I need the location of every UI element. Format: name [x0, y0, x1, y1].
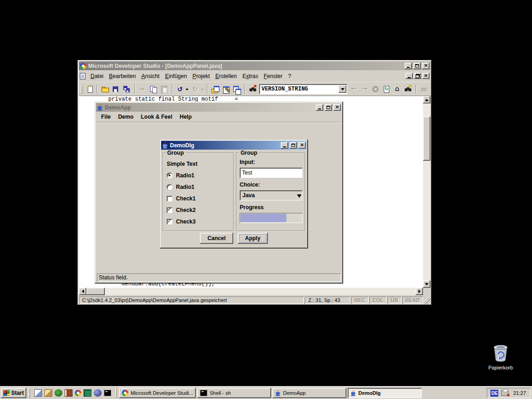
- copy-button[interactable]: [148, 84, 158, 94]
- menu-bearbeiten[interactable]: Bearbeiten: [106, 72, 139, 81]
- scroll-left-button[interactable]: [79, 288, 86, 295]
- radio-radio1-selected[interactable]: Radio1: [167, 172, 231, 179]
- input-field[interactable]: [240, 168, 302, 178]
- scrollbar-corner: [423, 288, 430, 295]
- demoapp-maximize-button[interactable]: [325, 104, 332, 111]
- command-prompt-icon[interactable]: [104, 390, 111, 396]
- paste-button[interactable]: [159, 84, 169, 94]
- task-shell[interactable]: Shell - sh: [197, 388, 271, 398]
- scroll-down-button[interactable]: [423, 280, 430, 288]
- input-label: Input:: [240, 159, 302, 165]
- show-desktop-icon[interactable]: [34, 389, 42, 397]
- menu-help[interactable]: ?: [285, 72, 294, 81]
- choice-label: Choice:: [240, 181, 302, 188]
- infoviewer-button[interactable]: [419, 84, 429, 94]
- radio-label: Radio1: [176, 172, 194, 179]
- class-wizard-icon: [222, 85, 230, 93]
- menu-datei[interactable]: Datei: [88, 72, 106, 81]
- demodlg-titlebar[interactable]: DemoDlg ×: [161, 141, 307, 150]
- devstudio-close-button[interactable]: ×: [422, 63, 429, 69]
- task-devstudio[interactable]: Microsoft Developer Studi...: [119, 388, 196, 398]
- save-button[interactable]: [111, 84, 121, 94]
- devstudio-maximize-button[interactable]: [413, 63, 421, 69]
- browse-forward-button[interactable]: →: [360, 84, 370, 94]
- checkbox-check2[interactable]: ✓ Check2: [167, 207, 231, 213]
- browse-back-button[interactable]: ←: [349, 84, 359, 94]
- menu-projekt[interactable]: Projekt: [190, 72, 212, 81]
- mdi-minimize-button[interactable]: [405, 73, 413, 79]
- task-demoapp[interactable]: DemoApp: [272, 388, 346, 398]
- vertical-scrollbar[interactable]: [423, 96, 430, 288]
- task-demodlg[interactable]: DemoDlg: [348, 388, 422, 398]
- terminal-icon[interactable]: [84, 389, 91, 397]
- taskbar-grip[interactable]: [29, 388, 30, 398]
- menu-einfuegen[interactable]: Einfügen: [162, 72, 189, 81]
- bug-app-icon[interactable]: [54, 389, 62, 397]
- demodlg-maximize-button[interactable]: [290, 142, 297, 149]
- workspace-button[interactable]: [210, 84, 220, 94]
- devstudio-app-icon: [80, 63, 86, 69]
- new-file-button[interactable]: [84, 84, 94, 94]
- checkbox-check3[interactable]: ✓ Check3: [167, 218, 231, 225]
- wordpad-icon[interactable]: [44, 389, 52, 397]
- choice-combo[interactable]: Java: [240, 190, 302, 200]
- mdi-restore-button[interactable]: [414, 73, 421, 79]
- windows-button[interactable]: [231, 84, 242, 94]
- scroll-right-button[interactable]: [416, 288, 423, 295]
- menu-ansicht[interactable]: Ansicht: [139, 72, 162, 81]
- open-file-button[interactable]: [100, 84, 110, 94]
- devstudio-minimize-button[interactable]: [405, 63, 412, 69]
- toolbar-grip[interactable]: [81, 85, 82, 94]
- undo-button[interactable]: ↺: [175, 84, 185, 94]
- apply-button[interactable]: Apply: [238, 233, 268, 244]
- menu-help[interactable]: Help: [176, 112, 195, 121]
- mdi-close-button[interactable]: ×: [422, 73, 429, 79]
- find-combo[interactable]: VERSION_STRING: [259, 84, 347, 94]
- save-icon: [112, 85, 120, 93]
- browser-icon[interactable]: [94, 389, 102, 397]
- find-combo-dropdown-button[interactable]: [339, 85, 346, 93]
- demoapp-titlebar[interactable]: DemoApp ×: [96, 103, 342, 112]
- book-app-icon[interactable]: [65, 389, 73, 397]
- devstudio-launch-icon[interactable]: [75, 390, 81, 396]
- horizontal-scroll-thumb[interactable]: [86, 288, 105, 295]
- horizontal-scrollbar[interactable]: [79, 288, 423, 295]
- class-wizard-button[interactable]: [221, 84, 231, 94]
- demoapp-minimize-button[interactable]: [316, 104, 323, 111]
- demodlg-minimize-button[interactable]: [281, 142, 288, 149]
- recycle-bin[interactable]: Papierkorb: [483, 344, 518, 370]
- cut-button[interactable]: ✂: [138, 84, 148, 94]
- search-button[interactable]: [403, 84, 413, 94]
- undo-dropdown-icon[interactable]: [186, 89, 188, 92]
- devstudio-titlebar[interactable]: Microsoft Developer Studio - [DemoAppPan…: [79, 61, 430, 70]
- menu-look-and-feel[interactable]: Look & Feel: [137, 112, 176, 121]
- menu-erstellen[interactable]: Erstellen: [212, 72, 240, 81]
- stop-button[interactable]: ×: [370, 84, 381, 94]
- radio-icon: [167, 173, 172, 178]
- home-button[interactable]: ⌂: [392, 84, 402, 94]
- radio-radio1-unselected[interactable]: Radio1: [167, 184, 231, 190]
- redo-dropdown-icon[interactable]: [201, 89, 204, 92]
- devstudio-menubar: Datei Bearbeiten Ansicht Einfügen Projek…: [79, 70, 430, 82]
- demoapp-close-button[interactable]: ×: [333, 104, 341, 111]
- keyboard-layout-indicator[interactable]: DE: [490, 390, 498, 397]
- open-folder-icon: [101, 85, 109, 93]
- checkbox-check1[interactable]: ✓ Check1: [167, 195, 231, 202]
- redo-button[interactable]: ↻: [190, 84, 200, 94]
- menu-demo[interactable]: Demo: [115, 112, 137, 121]
- menu-file[interactable]: File: [97, 112, 115, 121]
- find-in-files-button[interactable]: [248, 84, 258, 94]
- printer-status-icon[interactable]: ✖: [501, 390, 508, 396]
- vertical-scroll-thumb[interactable]: [423, 116, 430, 161]
- demodlg-close-button[interactable]: ×: [298, 142, 306, 149]
- refresh-button[interactable]: [381, 84, 391, 94]
- find-flag-icon: [254, 85, 256, 87]
- menu-extras[interactable]: Extras: [240, 72, 261, 81]
- cancel-button[interactable]: Cancel: [200, 233, 233, 244]
- start-button[interactable]: Start: [1, 388, 26, 398]
- taskbar-grip[interactable]: [115, 388, 117, 398]
- resize-grip[interactable]: [424, 298, 430, 304]
- save-all-button[interactable]: [121, 84, 132, 94]
- scroll-up-button[interactable]: [423, 96, 430, 103]
- menu-fenster[interactable]: Fenster: [261, 72, 285, 81]
